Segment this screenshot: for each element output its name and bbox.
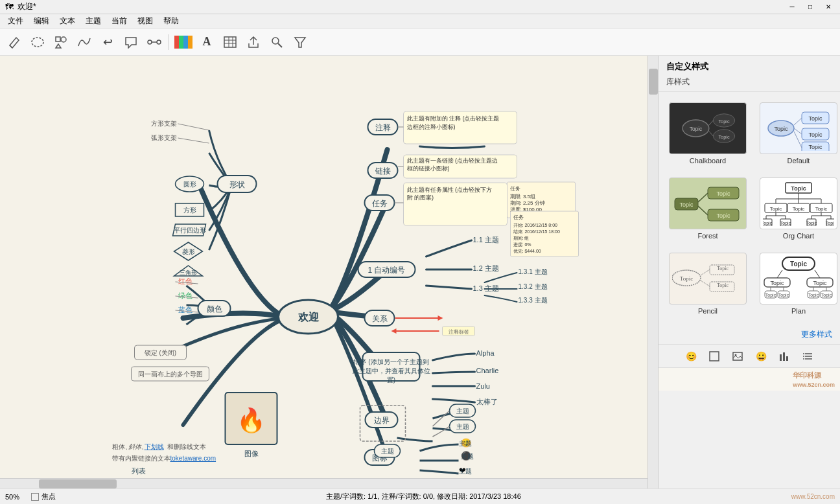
- svg-point-1: [32, 38, 43, 47]
- svg-line-206: [777, 270, 782, 278]
- panel-shape-button[interactable]: [705, 347, 723, 365]
- menu-text[interactable]: 文本: [54, 14, 80, 28]
- share-button[interactable]: [243, 32, 264, 52]
- vertical-scrollbar[interactable]: [648, 56, 658, 488]
- menu-edit[interactable]: 编辑: [29, 14, 54, 28]
- search-button[interactable]: [266, 32, 287, 52]
- menu-theme[interactable]: 主题: [80, 14, 106, 28]
- svg-text:Topic: Topic: [763, 221, 773, 226]
- undo-button[interactable]: ↩: [97, 32, 118, 52]
- svg-rect-2: [56, 37, 60, 41]
- svg-text:Topic: Topic: [716, 212, 730, 219]
- svg-line-202: [701, 269, 710, 275]
- text-button[interactable]: A: [196, 32, 217, 52]
- svg-text:Topic: Topic: [718, 119, 730, 124]
- svg-text:Topic: Topic: [793, 206, 805, 212]
- default-label: Default: [788, 157, 810, 165]
- scrollbar-thumb-h[interactable]: [39, 479, 117, 488]
- focus-checkbox[interactable]: [31, 493, 39, 501]
- toolbar: ↩ A: [0, 29, 840, 56]
- svg-text:蓝色: 蓝色: [178, 306, 192, 314]
- color-button[interactable]: [173, 32, 194, 52]
- svg-text:1 自动编号: 1 自动编号: [368, 266, 405, 275]
- svg-point-6: [148, 40, 152, 44]
- window-controls: ─ □ ✕: [786, 2, 835, 12]
- svg-text:排序 (添加另一个子主题到: 排序 (添加另一个子主题到: [353, 358, 428, 365]
- app-icon: 🗺: [5, 2, 14, 12]
- focus-label: 焦点: [41, 492, 56, 501]
- panel-chart-button[interactable]: [775, 347, 793, 365]
- shapes-button[interactable]: [51, 32, 71, 52]
- svg-text:Topic: Topic: [780, 221, 791, 226]
- maximize-button[interactable]: □: [804, 2, 817, 12]
- svg-line-158: [794, 132, 802, 148]
- lasso-button[interactable]: [27, 32, 48, 52]
- svg-text:列表: 列表: [132, 467, 146, 475]
- svg-rect-9: [174, 36, 179, 49]
- svg-text:注释: 注释: [375, 123, 391, 132]
- svg-text:任务: 任务: [513, 214, 524, 220]
- zoom-level: 50%: [5, 493, 26, 501]
- panel-emoji-button[interactable]: 😊: [682, 347, 700, 365]
- svg-text:Topic: Topic: [790, 260, 807, 268]
- filter-button[interactable]: [290, 32, 310, 52]
- svg-rect-12: [188, 36, 192, 49]
- svg-point-233: [803, 353, 804, 354]
- svg-text:注释标签: 注释标签: [449, 329, 469, 335]
- svg-line-156: [794, 118, 802, 125]
- horizontal-scrollbar[interactable]: [0, 478, 648, 488]
- svg-text:菱形: 菱形: [182, 248, 195, 255]
- svg-text:和删除线文本: 和删除线文本: [167, 443, 206, 450]
- menubar: 文件 编辑 文本 主题 当前 视图 帮助: [0, 14, 840, 29]
- menu-view[interactable]: 视图: [132, 14, 158, 28]
- canvas-area[interactable]: 形状 颜色 🔥 图像 注释 链接 任务: [0, 56, 659, 488]
- svg-line-146: [709, 120, 713, 125]
- svg-text:1.3 主题: 1.3 主题: [473, 284, 499, 292]
- svg-line-19: [278, 43, 282, 47]
- svg-text:进度: 0%: 进度: 0%: [513, 242, 531, 247]
- panel-list-button[interactable]: [799, 347, 817, 365]
- status-text: 主题/字词数: 1/1, 注释/字词数: 0/0, 修改日期: 2017/3/2…: [66, 492, 781, 501]
- pencil-button[interactable]: [4, 32, 25, 52]
- style-card-pencil[interactable]: Topic Topic Topic Pencil: [665, 249, 751, 319]
- svg-rect-13: [224, 37, 236, 47]
- style-card-default[interactable]: Topic Topic Topic Topic Default: [756, 98, 840, 168]
- scrollbar-thumb-v[interactable]: [649, 69, 658, 95]
- close-button[interactable]: ✕: [822, 2, 835, 12]
- menu-help[interactable]: 帮助: [158, 14, 184, 28]
- menu-current[interactable]: 当前: [106, 14, 132, 28]
- svg-point-7: [157, 40, 161, 44]
- svg-text:此主题有任务属性 (点击轻按下方: 此主题有任务属性 (点击轻按下方: [407, 187, 493, 193]
- curve-button[interactable]: [74, 32, 95, 52]
- focus-button[interactable]: 焦点: [31, 492, 56, 501]
- svg-text:附 的图案): 附 的图案): [407, 194, 434, 201]
- panel-face-button[interactable]: 😀: [752, 347, 770, 365]
- svg-text:红色: 红色: [178, 277, 192, 285]
- svg-text:三角形: 三角形: [180, 269, 197, 276]
- style-card-org-chart[interactable]: Topic Topic Topic Topic: [756, 174, 840, 244]
- table-button[interactable]: [220, 32, 240, 52]
- svg-text:Topic: Topic: [791, 185, 806, 192]
- minimize-button[interactable]: ─: [786, 2, 799, 12]
- svg-text:框的链接小图标): 框的链接小图标): [407, 165, 450, 172]
- style-card-forest[interactable]: Topic Topic Topic Forest: [665, 174, 751, 244]
- more-styles-link[interactable]: 更多样式: [801, 330, 832, 339]
- connect-button[interactable]: [144, 32, 165, 52]
- svg-text:toketaware.com: toketaware.com: [170, 455, 216, 462]
- svg-text:主题: 主题: [381, 448, 394, 455]
- svg-text:Topic: Topic: [808, 115, 822, 122]
- svg-rect-10: [179, 36, 183, 49]
- svg-text:边界: 边界: [374, 416, 390, 425]
- panel-image-button[interactable]: [729, 347, 747, 365]
- svg-text:期限: 3.5组: 期限: 3.5组: [510, 194, 536, 200]
- menu-file[interactable]: 文件: [3, 14, 29, 28]
- svg-text:Topic: Topic: [778, 293, 789, 298]
- svg-text:主题: 主题: [456, 423, 469, 430]
- svg-text:欢迎: 欢迎: [298, 311, 320, 323]
- svg-rect-224: [710, 352, 719, 361]
- callout-button[interactable]: [121, 32, 141, 52]
- status-left: 50% 焦点: [5, 492, 56, 501]
- svg-rect-11: [183, 36, 188, 49]
- style-card-plan[interactable]: Topic Topic Topic Topic Topic: [756, 249, 840, 319]
- style-card-chalkboard[interactable]: Topic Topic Topic Chalkboard: [665, 98, 751, 168]
